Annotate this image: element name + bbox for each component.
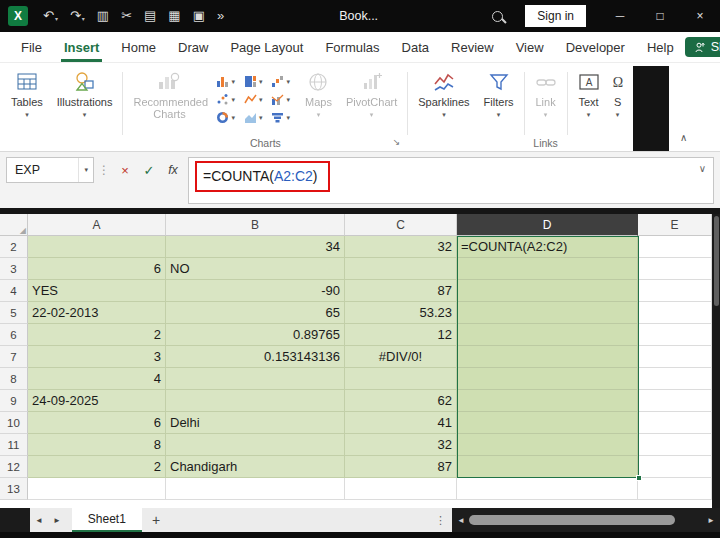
- sparklines-button[interactable]: Sparklines ▾: [411, 66, 476, 121]
- row-header-5[interactable]: 5: [0, 302, 28, 324]
- tab-formulas[interactable]: Formulas: [314, 32, 390, 62]
- add-sheet-button[interactable]: +: [142, 512, 170, 528]
- row-header-10[interactable]: 10: [0, 412, 28, 434]
- cell-A6[interactable]: 2: [28, 324, 166, 346]
- cell-E8[interactable]: [638, 368, 712, 390]
- cell-A7[interactable]: 3: [28, 346, 166, 368]
- cell-D4[interactable]: [457, 280, 638, 302]
- cell-C13[interactable]: [345, 478, 457, 500]
- column-header-E[interactable]: E: [638, 214, 712, 236]
- cell-B5[interactable]: 65: [166, 302, 345, 324]
- row-header-8[interactable]: 8: [0, 368, 28, 390]
- cell-E9[interactable]: [638, 390, 712, 412]
- row-header-11[interactable]: 11: [0, 434, 28, 456]
- cell-E6[interactable]: [638, 324, 712, 346]
- row-header-7[interactable]: 7: [0, 346, 28, 368]
- horizontal-scrollbar-thumb[interactable]: [469, 515, 675, 525]
- hierarchy-chart-button[interactable]: ▾: [244, 75, 263, 88]
- cell-B6[interactable]: 0.89765: [166, 324, 345, 346]
- cell-C3[interactable]: [345, 258, 457, 280]
- cut-icon[interactable]: ✂: [116, 6, 137, 26]
- charts-dialog-launcher-icon[interactable]: ↘: [393, 137, 401, 147]
- scroll-right-icon[interactable]: ►: [707, 516, 715, 525]
- cell-A4[interactable]: YES: [28, 280, 166, 302]
- area-chart-button[interactable]: ▾: [244, 111, 263, 124]
- row-header-2[interactable]: 2: [0, 236, 28, 258]
- close-button[interactable]: ×: [680, 0, 720, 32]
- cell-A12[interactable]: 2: [28, 456, 166, 478]
- cell-D5[interactable]: [457, 302, 638, 324]
- excel-logo-icon[interactable]: X: [8, 6, 28, 26]
- cell-B10[interactable]: Delhi: [166, 412, 345, 434]
- cell-B11[interactable]: [166, 434, 345, 456]
- cell-C12[interactable]: 87: [345, 456, 457, 478]
- name-box[interactable]: EXP ▾: [6, 157, 94, 183]
- vertical-scrollbar-thumb[interactable]: [714, 216, 719, 306]
- recommended-charts-button[interactable]: Recommended Charts: [126, 66, 212, 122]
- cell-A9[interactable]: 24-09-2025: [28, 390, 166, 412]
- enter-button[interactable]: ✓: [138, 163, 160, 178]
- tab-review[interactable]: Review: [440, 32, 505, 62]
- cell-B3[interactable]: NO: [166, 258, 345, 280]
- workbook-icon[interactable]: ▦: [163, 6, 185, 26]
- pie-chart-button[interactable]: ▾: [216, 111, 235, 124]
- symbols-button-partial[interactable]: Ω S ▾: [607, 66, 627, 121]
- sheetbar-ellipsis[interactable]: ⋮: [429, 514, 452, 527]
- redo-icon[interactable]: ↷▾: [65, 6, 90, 26]
- select-all-corner[interactable]: ◢: [0, 214, 28, 236]
- tab-insert[interactable]: Insert: [53, 32, 110, 62]
- maximize-button[interactable]: □: [640, 0, 680, 32]
- link-button[interactable]: Link ▾: [528, 66, 564, 121]
- cell-A8[interactable]: 4: [28, 368, 166, 390]
- tab-view[interactable]: View: [505, 32, 555, 62]
- column-header-B[interactable]: B: [166, 214, 345, 236]
- scatter-chart-button[interactable]: ▾: [216, 93, 235, 106]
- share-button[interactable]: Share ▾: [685, 37, 720, 57]
- waterfall-chart-button[interactable]: ▾: [271, 75, 290, 88]
- cell-C2[interactable]: 32: [345, 236, 457, 258]
- window-icon[interactable]: ▣: [188, 6, 210, 26]
- tab-home[interactable]: Home: [110, 32, 167, 62]
- cell-C10[interactable]: 41: [345, 412, 457, 434]
- column-chart-button[interactable]: ▾: [216, 75, 235, 88]
- cell-A3[interactable]: 6: [28, 258, 166, 280]
- row-header-4[interactable]: 4: [0, 280, 28, 302]
- more-commands-icon[interactable]: »: [212, 6, 229, 26]
- cell-E5[interactable]: [638, 302, 712, 324]
- cell-D13[interactable]: [457, 478, 638, 500]
- cell-E4[interactable]: [638, 280, 712, 302]
- cell-B8[interactable]: [166, 368, 345, 390]
- cell-D3[interactable]: [457, 258, 638, 280]
- cell-C9[interactable]: 62: [345, 390, 457, 412]
- minimize-button[interactable]: ─: [600, 0, 640, 32]
- sheet-nav-right-icon[interactable]: ►: [48, 516, 66, 525]
- copy-icon[interactable]: ▥: [92, 6, 114, 26]
- combo-chart-button[interactable]: ▾: [271, 93, 290, 106]
- tables-button[interactable]: Tables ▾: [4, 66, 50, 121]
- cell-E7[interactable]: [638, 346, 712, 368]
- cell-B7[interactable]: 0.153143136: [166, 346, 345, 368]
- cell-D2[interactable]: =COUNTA(A2:C2): [457, 236, 638, 258]
- cell-B9[interactable]: [166, 390, 345, 412]
- row-header-6[interactable]: 6: [0, 324, 28, 346]
- column-header-A[interactable]: A: [28, 214, 166, 236]
- text-button[interactable]: A Text ▾: [571, 66, 607, 121]
- line-chart-button[interactable]: ▾: [244, 93, 263, 106]
- row-header-13[interactable]: 13: [0, 478, 28, 500]
- name-box-dropdown-icon[interactable]: ▾: [78, 158, 93, 182]
- cell-A5[interactable]: 22-02-2013: [28, 302, 166, 324]
- illustrations-button[interactable]: Illustrations ▾: [50, 66, 120, 121]
- cell-E2[interactable]: [638, 236, 712, 258]
- cell-A10[interactable]: 6: [28, 412, 166, 434]
- cell-E10[interactable]: [638, 412, 712, 434]
- formula-input[interactable]: =COUNTA(A2:C2) ∨: [188, 157, 714, 204]
- cell-B2[interactable]: 34: [166, 236, 345, 258]
- cell-A11[interactable]: 8: [28, 434, 166, 456]
- insert-function-button[interactable]: fx: [162, 163, 184, 177]
- cell-B4[interactable]: -90: [166, 280, 345, 302]
- row-header-12[interactable]: 12: [0, 456, 28, 478]
- cell-C11[interactable]: 32: [345, 434, 457, 456]
- cell-D11[interactable]: [457, 434, 638, 456]
- formula-bar-expand-icon[interactable]: ∨: [699, 163, 706, 174]
- paste-icon[interactable]: ▤: [139, 6, 161, 26]
